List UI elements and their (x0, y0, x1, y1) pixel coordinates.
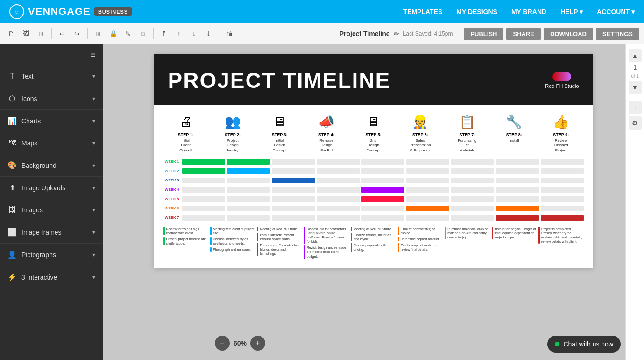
scroll-up-button[interactable]: ▲ (629, 49, 642, 62)
gantt-row-week2: WEEK 2 (163, 167, 584, 175)
note-bar-4-2 (304, 245, 305, 258)
download-button[interactable]: DOWNLOAD (544, 28, 593, 40)
note-bar-6-1 (398, 227, 399, 235)
note-bar-5-3 (351, 243, 352, 252)
chat-label: Chat with us now (563, 340, 613, 348)
toolbar-down2[interactable]: ⤓ (202, 27, 215, 40)
timeline-document: PROJECT TIMELINE Red Pill Studio 🖨 STEP … (154, 54, 593, 268)
gc-5-7 (496, 196, 539, 202)
sidebar-item-image-uploads[interactable]: ⬆ Image Uploads ▾ (0, 177, 103, 199)
app-body: ≡ T Text ▾ ⬡ Icons ▾ 📊 Charts ▾ 🗺 (0, 44, 644, 360)
doc-title: Project Timeline (340, 30, 390, 37)
gc-5-0 (182, 196, 225, 202)
toolbar-lock[interactable]: 🔒 (106, 27, 120, 40)
zoom-in-button[interactable]: + (250, 336, 265, 351)
gc-6-0 (182, 206, 225, 211)
settings-button[interactable]: SETTINGS (596, 28, 639, 40)
share-button[interactable]: SHARE (506, 28, 541, 40)
business-badge: BUSINESS (94, 7, 132, 16)
gc-1-4 (361, 159, 404, 165)
note-bar-2-3 (210, 247, 212, 252)
gc-1-3 (317, 159, 360, 165)
step-4-icon: 📣 (318, 114, 335, 130)
note-bar-3-1 (257, 227, 258, 231)
note-bar-6-3 (398, 243, 399, 252)
week-label-6: WEEK 6 (163, 206, 182, 210)
sidebar-item-image-frames[interactable]: ⬜ Image frames ▾ (0, 221, 103, 244)
sidebar-item-images[interactable]: 🖼 Images ▾ (0, 199, 103, 221)
step-3-desc: InitialDesignConcept (273, 138, 287, 153)
step-1-icon: 🖨 (179, 114, 192, 130)
zoom-out-button[interactable]: − (215, 336, 230, 351)
gantt-cells-7 (182, 215, 584, 221)
gc-1-6 (451, 159, 494, 165)
toolbar-crop[interactable]: ⊡ (35, 27, 48, 40)
toolbar-undo[interactable]: ↩ (56, 27, 69, 40)
note-bar-8-1 (492, 227, 493, 239)
publish-button[interactable]: PUBLISH (464, 28, 503, 40)
note-col-2: Meeting with client at project site. Dis… (210, 227, 255, 260)
images-icon: 🖼 (7, 206, 17, 214)
gc-7-5 (406, 215, 449, 221)
maps-icon: 🗺 (7, 139, 17, 147)
scroll-down-button[interactable]: ▼ (629, 81, 642, 94)
note-4-1: Release bid for contractors using severa… (304, 227, 349, 244)
note-text-5-2: Finalize fixtures, materials and layout. (354, 233, 396, 241)
gantt-cells-1 (182, 159, 584, 165)
toolbar-trash[interactable]: 🗑 (223, 27, 236, 40)
week-label-3: WEEK 3 (163, 178, 182, 182)
note-text-6-2: Determine deposit amount. (401, 237, 440, 241)
sidebar-item-background[interactable]: 🎨 Background ▾ (0, 154, 103, 177)
note-text-3-2: Bath & kitchen: Present layouts/ space p… (260, 233, 302, 241)
toolbar-down[interactable]: ↓ (187, 27, 200, 40)
gc-3-7 (496, 178, 539, 183)
nav-help[interactable]: HELP ▾ (560, 8, 583, 15)
sidebar-item-text[interactable]: T Text ▾ (0, 65, 103, 87)
nav-account[interactable]: ACCOUNT ▾ (597, 8, 635, 15)
step-8-icon: 🔧 (506, 114, 522, 130)
sidebar-item-maps[interactable]: 🗺 Maps ▾ (0, 132, 103, 154)
toolbar-img[interactable]: 🖼 (20, 27, 33, 40)
chat-widget[interactable]: Chat with us now (547, 336, 621, 353)
toolbar-up[interactable]: ↑ (172, 27, 185, 40)
gc-2-2 (272, 168, 315, 174)
nav-my-designs[interactable]: MY DESIGNS (456, 8, 497, 15)
sidebar-label-charts: Charts (21, 117, 41, 125)
gc-7-4 (361, 215, 404, 221)
toolbar-redo[interactable]: ↪ (71, 27, 84, 40)
sidebar-item-icons[interactable]: ⬡ Icons ▾ (0, 87, 103, 110)
toolbar-sep-4 (219, 28, 219, 39)
canvas-area[interactable]: PROJECT TIMELINE Red Pill Studio 🖨 STEP … (103, 44, 644, 360)
toolbar-grid[interactable]: ⊞ (92, 27, 105, 40)
hamburger-menu[interactable]: ≡ (0, 44, 103, 65)
toolbar-copy[interactable]: ⧉ (136, 27, 149, 40)
note-text-2-2: Discuss preferred styles, aesthetics and… (213, 237, 255, 245)
gc-6-6 (451, 206, 494, 211)
gc-4-4 (361, 187, 404, 193)
gc-2-0 (182, 168, 225, 174)
sidebar-label-image-frames: Image frames (21, 229, 62, 236)
add-page-button[interactable]: + (629, 101, 642, 114)
nav-my-brand[interactable]: MY BRAND (511, 8, 546, 15)
note-text-8-1: Installation begins. Length of time requ… (495, 227, 537, 239)
step-7: 📋 STEP 7: PurchasingofMaterials (445, 114, 489, 153)
toolbar-up2[interactable]: ⤒ (157, 27, 170, 40)
step-2-num: STEP 2: (225, 132, 241, 137)
settings-page-button[interactable]: ⚙ (629, 116, 642, 130)
toolbar-new[interactable]: 🗋 (5, 27, 18, 40)
sidebar-item-charts[interactable]: 📊 Charts ▾ (0, 110, 103, 132)
toolbar-edit[interactable]: ✎ (121, 27, 134, 40)
gc-7-7 (496, 215, 539, 221)
sidebar-item-interactive[interactable]: ⚡ 3 Interactive ▾ (0, 266, 103, 288)
sidebar-item-pictographs[interactable]: 👤 Pictographs ▾ (0, 244, 103, 266)
step-1-desc: InitialClientConsult (179, 138, 192, 153)
note-4-2: Revisit design and re-issue bid if costs… (304, 245, 349, 258)
gc-6-2 (272, 206, 315, 211)
chat-online-indicator (555, 342, 559, 346)
gc-5-2 (272, 196, 315, 202)
nav-templates[interactable]: TEMPLATES (403, 8, 443, 15)
step-8-desc: Install (509, 138, 519, 143)
week-label-7: WEEK 7 (163, 216, 182, 220)
gc-3-1 (227, 178, 270, 183)
note-5-2: Finalize fixtures, materials and layout. (351, 233, 396, 241)
